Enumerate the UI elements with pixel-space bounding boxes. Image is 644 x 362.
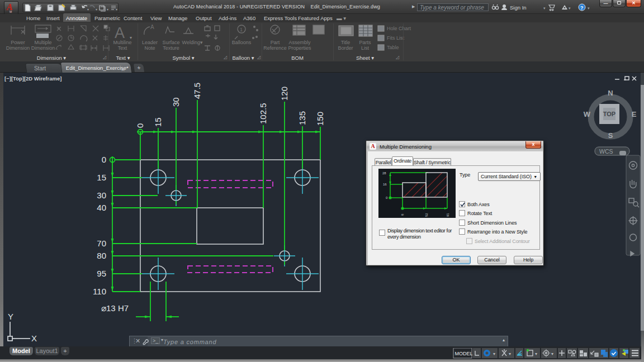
svg-text:70: 70 xyxy=(97,239,106,248)
svg-text:S: S xyxy=(608,131,613,140)
svg-text:Texture: Texture xyxy=(163,45,179,51)
svg-text:Table: Table xyxy=(387,45,399,50)
svg-text:8: 8 xyxy=(401,213,404,216)
svg-text:Properties: Properties xyxy=(288,45,311,51)
svg-text:▾: ▾ xyxy=(107,8,108,11)
svg-text:Reference: Reference xyxy=(263,45,287,51)
svg-text:0: 0 xyxy=(386,196,388,199)
svg-text:Hole Chart: Hole Chart xyxy=(387,26,411,31)
svg-text:▾: ▾ xyxy=(87,8,89,11)
svg-text:Fits List: Fits List xyxy=(387,35,405,41)
svg-text:Multiple: Multiple xyxy=(34,40,51,45)
svg-text:▾: ▾ xyxy=(96,8,97,11)
svg-text:28: 28 xyxy=(382,172,386,175)
svg-text:110: 110 xyxy=(93,287,106,296)
svg-text:80: 80 xyxy=(97,251,106,260)
svg-text:Part: Part xyxy=(271,40,280,45)
svg-text:Leader: Leader xyxy=(142,40,158,45)
svg-text:30: 30 xyxy=(171,97,181,107)
svg-text:Balloons: Balloons xyxy=(232,40,252,45)
svg-text:Title: Title xyxy=(341,40,351,45)
svg-text:Y: Y xyxy=(8,312,13,321)
svg-text:▾: ▾ xyxy=(551,351,553,356)
svg-text:120: 120 xyxy=(280,87,289,101)
svg-text:91: 91 xyxy=(446,213,449,217)
svg-text:Multiline: Multiline xyxy=(113,40,131,45)
svg-text:⌀13 H7: ⌀13 H7 xyxy=(101,303,129,313)
svg-text:1: 1 xyxy=(240,27,243,32)
svg-text:Dimension: Dimension xyxy=(31,45,55,51)
svg-text:WCS: WCS xyxy=(599,148,613,155)
svg-text:150: 150 xyxy=(315,112,325,126)
svg-text:Welding▾: Welding▾ xyxy=(182,40,203,45)
svg-text:15: 15 xyxy=(153,117,163,127)
svg-text:MODEL: MODEL xyxy=(455,351,473,356)
svg-text:Dimension: Dimension xyxy=(6,45,30,51)
svg-text:Parts: Parts xyxy=(359,40,371,45)
svg-text:▾: ▾ xyxy=(588,6,590,10)
svg-text:Sign In: Sign In xyxy=(510,4,527,11)
svg-text:Border: Border xyxy=(338,45,353,51)
svg-text:Power: Power xyxy=(11,40,25,45)
svg-text:40: 40 xyxy=(97,203,106,212)
svg-text:[−][Top][2D Wireframe]: [−][Top][2D Wireframe] xyxy=(4,75,61,82)
svg-text:N: N xyxy=(608,89,613,97)
svg-text:W: W xyxy=(584,110,591,118)
svg-text:47.5: 47.5 xyxy=(192,83,202,99)
svg-text:0: 0 xyxy=(102,155,106,164)
svg-text:Surface: Surface xyxy=(162,40,179,45)
svg-text:E: E xyxy=(632,110,637,118)
svg-text:0: 0 xyxy=(135,123,145,128)
svg-text:▾: ▾ xyxy=(493,351,495,356)
svg-text:Assembly: Assembly xyxy=(288,40,311,45)
svg-text:▾: ▾ xyxy=(509,351,511,356)
svg-text:135: 135 xyxy=(297,111,307,125)
svg-text:16: 16 xyxy=(383,183,387,186)
svg-text:▾: ▾ xyxy=(543,6,546,10)
svg-text:X: X xyxy=(31,334,37,343)
svg-text:▾: ▾ xyxy=(535,351,537,356)
svg-text:95: 95 xyxy=(97,269,106,278)
svg-text:▾: ▾ xyxy=(116,8,117,11)
svg-text:▾: ▾ xyxy=(569,6,571,10)
svg-text:?: ? xyxy=(580,5,584,11)
svg-text:List: List xyxy=(361,45,370,51)
svg-text:A: A xyxy=(150,24,154,30)
svg-text:Note: Note xyxy=(144,45,155,51)
svg-text:TOP: TOP xyxy=(603,111,615,117)
svg-text:52: 52 xyxy=(425,213,428,217)
svg-text:A: A xyxy=(115,25,125,41)
svg-text:30: 30 xyxy=(97,190,106,200)
svg-text:Text: Text xyxy=(118,45,127,51)
svg-text:102.5: 102.5 xyxy=(258,103,268,124)
svg-text:15: 15 xyxy=(97,173,106,182)
